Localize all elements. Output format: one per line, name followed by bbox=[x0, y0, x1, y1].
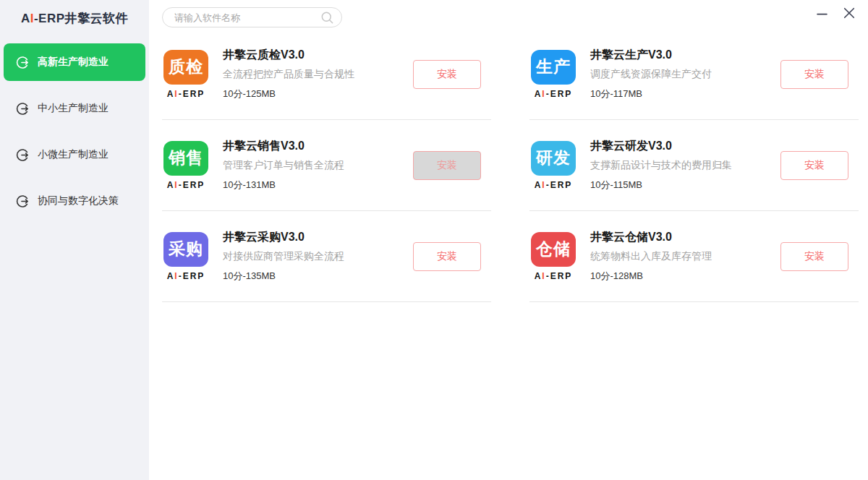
search-input[interactable] bbox=[173, 12, 320, 24]
main-content: 质检 AI-ERP 井擎云质检V3.0 全流程把控产品质量与合规性 10分-12… bbox=[149, 0, 868, 480]
app-icon-quality: 质检 AI-ERP bbox=[162, 50, 210, 99]
close-icon bbox=[843, 7, 855, 19]
brand-label: AI-ERP bbox=[535, 89, 573, 99]
window-controls bbox=[813, 4, 858, 22]
app-icon-sales: 销售 AI-ERP bbox=[162, 141, 210, 190]
brand-label: AI-ERP bbox=[167, 180, 205, 190]
app-window: AI-ERP井擎云软件 高新生产制造业 中小生产制造业 bbox=[0, 0, 868, 480]
sidebar-item-micro-manufacturing[interactable]: 小微生产制造业 bbox=[4, 136, 145, 173]
install-button[interactable]: 安装 bbox=[413, 242, 481, 271]
app-icon-procurement: 采购 AI-ERP bbox=[162, 232, 210, 281]
app-meta: 10分-117MB bbox=[590, 87, 767, 100]
sidebar-item-sme-manufacturing[interactable]: 中小生产制造业 bbox=[4, 90, 145, 127]
app-list: 质检 AI-ERP 井擎云质检V3.0 全流程把控产品质量与合规性 10分-12… bbox=[162, 29, 859, 302]
app-info: 井擎云仓储V3.0 统筹物料出入库及库存管理 10分-128MB bbox=[590, 230, 767, 283]
app-description: 全流程把控产品质量与合规性 bbox=[223, 68, 400, 81]
brand-a: A bbox=[535, 180, 542, 190]
app-meta: 10分-135MB bbox=[223, 270, 400, 283]
app-info: 井擎云研发V3.0 支撑新品设计与技术的费用归集 10分-115MB bbox=[590, 139, 767, 192]
app-meta: 10分-131MB bbox=[223, 179, 400, 192]
app-title: 井擎云研发V3.0 bbox=[590, 139, 767, 154]
sidebar-item-label: 协同与数字化决策 bbox=[38, 194, 119, 207]
brand-label: AI-ERP bbox=[535, 271, 573, 281]
sidebar-item-label: 小微生产制造业 bbox=[38, 148, 109, 161]
app-tile-icon: 采购 bbox=[163, 232, 208, 267]
install-button[interactable]: 安装 bbox=[413, 151, 481, 180]
close-button[interactable] bbox=[841, 4, 858, 22]
app-info: 井擎云采购V3.0 对接供应商管理采购全流程 10分-135MB bbox=[223, 230, 400, 283]
enter-arrow-icon bbox=[16, 56, 30, 69]
app-tile-icon: 生产 bbox=[531, 50, 576, 85]
minimize-button[interactable] bbox=[813, 4, 830, 22]
brand-a: A bbox=[167, 271, 175, 281]
app-card-sales: 销售 AI-ERP 井擎云销售V3.0 管理客户订单与销售全流程 10分-131… bbox=[162, 120, 491, 211]
app-title: 井擎云质检V3.0 bbox=[223, 48, 400, 63]
app-info: 井擎云生产V3.0 调度产线资源保障生产交付 10分-117MB bbox=[590, 48, 767, 100]
brand-a: A bbox=[167, 89, 175, 99]
app-card-warehouse: 仓储 AI-ERP 井擎云仓储V3.0 统筹物料出入库及库存管理 10分-128… bbox=[529, 211, 859, 302]
install-button[interactable]: 安装 bbox=[780, 242, 848, 271]
app-card-procurement: 采购 AI-ERP 井擎云采购V3.0 对接供应商管理采购全流程 10分-135… bbox=[162, 211, 491, 302]
install-button[interactable]: 安装 bbox=[413, 60, 481, 89]
enter-arrow-icon bbox=[16, 102, 30, 116]
search-bar bbox=[162, 7, 342, 27]
app-card-quality: 质检 AI-ERP 井擎云质检V3.0 全流程把控产品质量与合规性 10分-12… bbox=[162, 29, 491, 120]
brand-label: AI-ERP bbox=[535, 180, 573, 190]
app-icon-rnd: 研发 AI-ERP bbox=[529, 141, 577, 190]
minimize-icon bbox=[817, 8, 827, 19]
brand-rest: -ERP bbox=[179, 180, 205, 190]
brand-label: AI-ERP bbox=[167, 89, 205, 99]
logo-text-rest: -ERP井擎云软件 bbox=[34, 12, 128, 25]
app-title: 井擎云销售V3.0 bbox=[223, 139, 400, 154]
brand-a: A bbox=[167, 180, 175, 190]
app-icon-warehouse: 仓储 AI-ERP bbox=[529, 232, 577, 281]
brand-rest: -ERP bbox=[546, 89, 573, 99]
app-tile-icon: 质检 bbox=[163, 50, 208, 85]
brand-a: A bbox=[535, 271, 542, 281]
enter-arrow-icon bbox=[16, 194, 30, 208]
app-tile-icon: 销售 bbox=[163, 141, 208, 176]
app-info: 井擎云销售V3.0 管理客户订单与销售全流程 10分-131MB bbox=[223, 139, 400, 192]
app-title: 井擎云仓储V3.0 bbox=[590, 230, 767, 245]
search-icon[interactable] bbox=[320, 11, 334, 25]
app-title: 井擎云采购V3.0 bbox=[223, 230, 400, 245]
sidebar-item-label: 中小生产制造业 bbox=[38, 102, 109, 115]
brand-rest: -ERP bbox=[179, 89, 205, 99]
app-meta: 10分-128MB bbox=[590, 270, 767, 283]
sidebar-item-hightech-manufacturing[interactable]: 高新生产制造业 bbox=[4, 43, 145, 81]
app-tile-icon: 仓储 bbox=[531, 232, 576, 267]
app-tile-icon: 研发 bbox=[531, 141, 576, 176]
logo-text-a: A bbox=[21, 12, 30, 25]
app-info: 井擎云质检V3.0 全流程把控产品质量与合规性 10分-125MB bbox=[223, 48, 400, 100]
sidebar-nav: 高新生产制造业 中小生产制造业 小微生产制造业 bbox=[0, 43, 149, 220]
app-description: 调度产线资源保障生产交付 bbox=[590, 68, 767, 81]
enter-arrow-icon bbox=[16, 148, 30, 162]
brand-rest: -ERP bbox=[546, 271, 573, 281]
app-logo-title: AI-ERP井擎云软件 bbox=[0, 10, 149, 27]
app-icon-production: 生产 AI-ERP bbox=[529, 50, 577, 99]
brand-rest: -ERP bbox=[546, 180, 573, 190]
app-card-rnd: 研发 AI-ERP 井擎云研发V3.0 支撑新品设计与技术的费用归集 10分-1… bbox=[529, 120, 859, 211]
install-button[interactable]: 安装 bbox=[780, 60, 848, 89]
app-description: 支撑新品设计与技术的费用归集 bbox=[590, 159, 767, 172]
sidebar: AI-ERP井擎云软件 高新生产制造业 中小生产制造业 bbox=[0, 0, 149, 480]
app-description: 管理客户订单与销售全流程 bbox=[223, 159, 400, 172]
app-description: 统筹物料出入库及库存管理 bbox=[590, 250, 767, 263]
app-card-production: 生产 AI-ERP 井擎云生产V3.0 调度产线资源保障生产交付 10分-117… bbox=[529, 29, 859, 120]
sidebar-item-digital-decision[interactable]: 协同与数字化决策 bbox=[4, 182, 145, 220]
brand-a: A bbox=[535, 89, 542, 99]
brand-label: AI-ERP bbox=[167, 271, 205, 281]
brand-rest: -ERP bbox=[179, 271, 205, 281]
app-meta: 10分-125MB bbox=[223, 87, 400, 100]
app-title: 井擎云生产V3.0 bbox=[590, 48, 767, 63]
app-meta: 10分-115MB bbox=[590, 179, 767, 192]
app-description: 对接供应商管理采购全流程 bbox=[223, 250, 400, 263]
sidebar-item-label: 高新生产制造业 bbox=[38, 56, 109, 69]
install-button[interactable]: 安装 bbox=[780, 151, 848, 180]
